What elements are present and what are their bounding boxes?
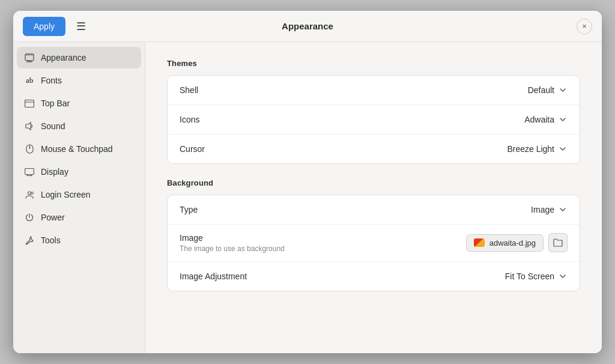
sidebar-item-tools-label: Tools (41, 235, 61, 245)
titlebar: Apply ☰ Appearance × (13, 11, 602, 42)
display-icon (24, 166, 35, 177)
image-pill[interactable]: adwaita-d.jpg (466, 234, 544, 252)
main-content: Themes Shell Default Icons Adwaita (145, 42, 602, 353)
appearance-icon (24, 52, 35, 63)
svg-point-15 (31, 192, 34, 195)
adjustment-dropdown[interactable]: Fit To Screen (505, 271, 568, 281)
icons-row: Icons Adwaita (168, 105, 580, 135)
shell-dropdown[interactable]: Default (528, 85, 568, 95)
type-value: Image (531, 205, 554, 214)
svg-marker-6 (26, 123, 31, 130)
sidebar-item-login[interactable]: Login Screen (17, 184, 141, 205)
menu-button[interactable]: ☰ (71, 17, 91, 35)
fonts-icon: ab (24, 75, 35, 86)
cursor-row: Cursor Breeze Light (168, 135, 580, 163)
sidebar-item-power-label: Power (41, 213, 65, 222)
login-icon (24, 189, 35, 200)
svg-rect-1 (25, 54, 34, 56)
themes-section-title: Themes (167, 59, 580, 68)
sidebar: Appearance ab Fonts Top Bar (13, 42, 145, 353)
sidebar-item-topbar[interactable]: Top Bar (17, 93, 141, 114)
svg-rect-4 (25, 100, 34, 107)
mouse-icon (24, 144, 35, 154)
sidebar-item-login-label: Login Screen (41, 190, 91, 199)
sidebar-item-appearance-label: Appearance (41, 53, 86, 62)
icons-dropdown-arrow (558, 115, 568, 124)
type-label: Type (180, 205, 198, 214)
image-filename: adwaita-d.jpg (489, 238, 536, 247)
window-title: Appearance (282, 21, 333, 31)
shell-dropdown-arrow (558, 85, 568, 95)
sidebar-item-display-label: Display (41, 167, 68, 177)
adjustment-value: Fit To Screen (505, 271, 554, 281)
image-swatch (474, 238, 485, 247)
cursor-value: Breeze Light (507, 144, 554, 154)
power-icon (24, 212, 35, 223)
sound-icon (24, 121, 35, 132)
type-dropdown[interactable]: Image (531, 205, 568, 214)
svg-point-14 (28, 192, 31, 195)
icons-label: Icons (180, 115, 199, 124)
main-window: Apply ☰ Appearance × Appearance a (13, 11, 602, 353)
titlebar-left: Apply ☰ (23, 17, 91, 36)
icons-value: Adwaita (524, 115, 554, 124)
background-section-title: Background (167, 178, 580, 187)
sidebar-item-appearance[interactable]: Appearance (17, 47, 141, 68)
themes-card: Shell Default Icons Adwaita (167, 75, 580, 164)
shell-row: Shell Default (168, 76, 580, 105)
sidebar-item-sound-label: Sound (41, 121, 65, 131)
sidebar-item-fonts[interactable]: ab Fonts (17, 70, 141, 91)
image-picker: adwaita-d.jpg (466, 233, 568, 252)
apply-button[interactable]: Apply (23, 17, 65, 36)
sidebar-item-power[interactable]: Power (17, 207, 141, 228)
image-row: Image The image to use as background adw… (168, 225, 580, 262)
svg-rect-10 (25, 168, 34, 174)
cursor-dropdown[interactable]: Breeze Light (507, 144, 568, 154)
sidebar-item-tools[interactable]: Tools (17, 229, 141, 251)
type-row: Type Image (168, 195, 580, 225)
image-row-left: Image The image to use as background (180, 233, 285, 253)
browse-folder-button[interactable] (548, 233, 568, 252)
sidebar-item-display[interactable]: Display (17, 161, 141, 183)
image-sublabel: The image to use as background (180, 244, 285, 253)
svg-rect-3 (26, 62, 32, 62)
window-body: Appearance ab Fonts Top Bar (13, 42, 602, 353)
close-button[interactable]: × (577, 19, 592, 34)
cursor-label: Cursor (180, 144, 205, 154)
image-label: Image (180, 233, 285, 243)
icons-dropdown[interactable]: Adwaita (524, 115, 568, 124)
svg-point-9 (29, 147, 30, 148)
shell-value: Default (528, 85, 554, 95)
adjustment-row: Image Adjustment Fit To Screen (168, 262, 580, 291)
sidebar-item-mouse-label: Mouse & Touchpad (41, 144, 113, 154)
cursor-dropdown-arrow (558, 144, 568, 154)
shell-label: Shell (180, 85, 198, 95)
sidebar-item-sound[interactable]: Sound (17, 115, 141, 137)
svg-rect-2 (28, 61, 31, 62)
adjustment-label: Image Adjustment (180, 271, 247, 281)
tools-icon (24, 235, 35, 246)
background-card: Type Image Image The image to use as bac… (167, 195, 580, 291)
sidebar-item-topbar-label: Top Bar (41, 99, 70, 108)
adjustment-dropdown-arrow (558, 271, 568, 281)
type-dropdown-arrow (558, 205, 568, 214)
sidebar-item-fonts-label: Fonts (41, 76, 62, 85)
sidebar-item-mouse[interactable]: Mouse & Touchpad (17, 138, 141, 160)
topbar-icon (24, 98, 35, 109)
